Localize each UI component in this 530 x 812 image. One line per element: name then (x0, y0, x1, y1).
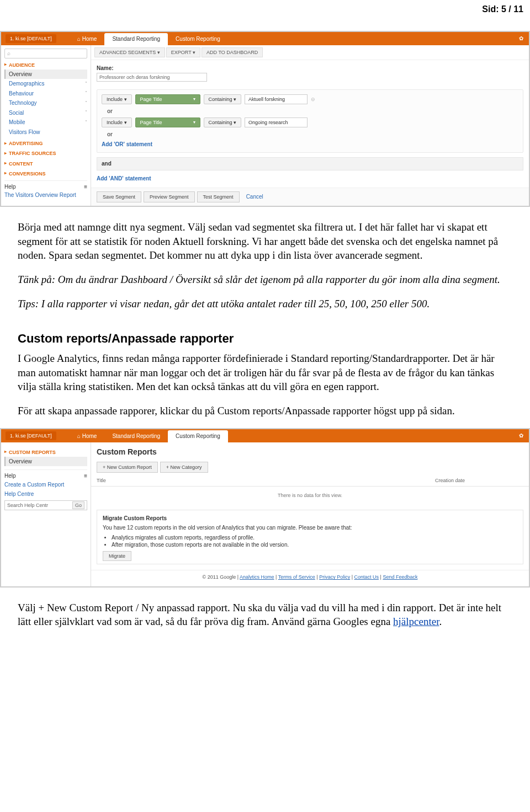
new-category-button[interactable]: + New Category (160, 462, 208, 473)
sidebar-section-content[interactable]: CONTENT (4, 161, 87, 167)
dimension-dropdown[interactable]: Page Title (135, 94, 200, 104)
sidebar-section-conversions[interactable]: CONVERSIONS (4, 170, 87, 177)
sidebar-item-visitors-flow[interactable]: Visitors Flow (4, 127, 87, 137)
migrate-title: Migrate Custom Reports (103, 515, 517, 522)
sidebar-section-custom-reports[interactable]: CUSTOM REPORTS (4, 449, 87, 456)
sidebar-section-audience[interactable]: AUDIENCE (4, 62, 87, 68)
migrate-bullets: Analytics migrates all custom reports, r… (112, 534, 517, 549)
add-and-link[interactable]: Add 'AND' statement (97, 175, 523, 183)
tab-standard-reporting[interactable]: Standard Reporting (104, 430, 168, 442)
sidebar-item-demographics[interactable]: Demographics˅ (4, 79, 87, 89)
or-label: or (107, 108, 518, 115)
ga-topbar: 1. ki.se [DEFAULT] ⌂ Home Standard Repor… (1, 429, 529, 442)
sidebar-item-label: Mobile (9, 119, 25, 126)
add-to-dashboard-button[interactable]: ADD TO DASHBOARD (202, 47, 263, 57)
help-centre-link[interactable]: Help Centre (4, 489, 87, 499)
condition-dropdown[interactable]: Containing ▾ (204, 117, 242, 127)
sidebar-section-traffic[interactable]: TRAFFIC SOURCES (4, 150, 87, 157)
footer: © 2011 Google | Analytics Home | Terms o… (91, 570, 529, 586)
help-label: Help (4, 183, 16, 191)
screenshot-segment-editor: 1. ki.se [DEFAULT] ⌂ Home Standard Repor… (0, 31, 530, 207)
gear-icon[interactable]: ✿ (519, 432, 523, 440)
remove-icon[interactable]: ⊖ (311, 96, 315, 103)
test-segment-button[interactable]: Test Segment (197, 191, 240, 202)
tab-standard-reporting[interactable]: Standard Reporting (104, 33, 168, 45)
home-icon: ⌂ (77, 36, 81, 42)
sidebar-help-header: Help≡ (4, 180, 87, 191)
chevron-down-icon: ˅ (85, 120, 87, 126)
sidebar-help-link[interactable]: The Visitors Overview Report (4, 190, 87, 200)
export-button[interactable]: EXPORT ▾ (166, 47, 200, 57)
list-header: Title Creation date (91, 475, 529, 487)
paragraph-tip: Tips: I alla rapporter vi visar nedan, g… (18, 297, 512, 311)
sidebar-item-label: Technology (9, 99, 37, 107)
preview-segment-button[interactable]: Preview Segment (144, 191, 195, 202)
condition-dropdown[interactable]: Containing ▾ (204, 94, 242, 104)
tab-home[interactable]: ⌂ Home (70, 430, 105, 442)
gear-icon[interactable]: ✿ (519, 35, 523, 42)
sidebar-item-behaviour[interactable]: Behaviour˅ (4, 89, 87, 99)
tabs: ⌂ Home Standard Reporting Custom Reporti… (70, 32, 228, 45)
footer-copy: © 2011 Google (203, 574, 236, 580)
name-input[interactable] (97, 73, 207, 82)
sidebar-item-overview[interactable]: Overview (4, 457, 87, 467)
add-or-link[interactable]: Add 'OR' statement (102, 141, 518, 148)
chevron-down-icon: ˅ (85, 110, 87, 116)
chevron-down-icon: ˅ (85, 90, 87, 97)
rule-row: Include ▾ Page Title Containing ▾ Ongoin… (102, 117, 518, 127)
and-separator: and (97, 157, 523, 170)
name-label: Name: (97, 65, 523, 72)
footer-link[interactable]: Terms of Service (278, 574, 315, 580)
app-chip: 1. ki.se [DEFAULT] (6, 34, 56, 43)
sidebar-section-advertising[interactable]: ADVERTISING (4, 140, 87, 147)
footer-link[interactable]: Contact Us (354, 574, 379, 580)
name-field-group: Name: (91, 60, 529, 87)
sidebar-item-label: Demographics (9, 80, 44, 88)
tab-custom-reporting[interactable]: Custom Reporting (168, 33, 228, 45)
footer-link[interactable]: Privacy Policy (319, 574, 350, 580)
footer-link[interactable]: Analytics Home (240, 574, 274, 580)
page-title: Custom Reports (91, 442, 529, 460)
search-input[interactable]: ⌕ (4, 49, 87, 58)
or-label: or (107, 131, 518, 138)
dimension-dropdown[interactable]: Page Title (135, 117, 200, 127)
collapse-icon[interactable]: ≡ (84, 472, 87, 480)
collapse-icon[interactable]: ≡ (84, 183, 87, 191)
sidebar-item-social[interactable]: Social˅ (4, 108, 87, 118)
custom-reports-main: Custom Reports + New Custom Report + New… (91, 442, 529, 586)
create-custom-report-link[interactable]: Create a Custom Report (4, 480, 87, 490)
tab-custom-reporting[interactable]: Custom Reporting (168, 430, 228, 442)
include-dropdown[interactable]: Include ▾ (102, 117, 132, 127)
value-input[interactable]: Ongoing research (245, 117, 308, 127)
migrate-button[interactable]: Migrate (103, 551, 131, 561)
sidebar-item-label: Behaviour (9, 90, 34, 98)
col-date: Creation date (435, 477, 523, 484)
go-button[interactable]: Go (72, 501, 84, 509)
help-center-link[interactable]: hjälpcenter (393, 616, 439, 627)
segment-editor: ADVANCED SEGMENTS ▾ EXPORT ▾ ADD TO DASH… (91, 45, 529, 206)
segment-actions: Save Segment Preview Segment Test Segmen… (91, 188, 529, 206)
home-icon: ⌂ (77, 433, 81, 439)
empty-state: There is no data for this view. (91, 487, 529, 504)
advanced-segments-button[interactable]: ADVANCED SEGMENTS ▾ (94, 47, 165, 57)
rules-area: Include ▾ Page Title Containing ▾ Aktuel… (91, 86, 529, 188)
sidebar-item-technology[interactable]: Technology˅ (4, 98, 87, 108)
migrate-text: You have 12 custom reports in the old ve… (103, 525, 352, 531)
screenshot-custom-reports: 1. ki.se [DEFAULT] ⌂ Home Standard Repor… (0, 428, 530, 587)
sidebar-item-overview[interactable]: Overview (4, 70, 87, 79)
sidebar-item-label: Social (9, 109, 24, 117)
migrate-panel: Migrate Custom Reports You have 12 custo… (97, 510, 523, 565)
tab-home-label: Home (82, 433, 97, 439)
cancel-link[interactable]: Cancel (246, 193, 263, 201)
sidebar: CUSTOM REPORTS Overview Help≡ Create a C… (1, 442, 91, 586)
sidebar-item-mobile[interactable]: Mobile˅ (4, 117, 87, 127)
value-input[interactable]: Aktuell forskning (245, 94, 308, 104)
rule-card: Include ▾ Page Title Containing ▾ Aktuel… (97, 89, 523, 153)
save-segment-button[interactable]: Save Segment (97, 191, 141, 202)
help-label: Help (4, 472, 16, 480)
tab-home[interactable]: ⌂ Home (70, 33, 105, 45)
footer-link[interactable]: Send Feedback (383, 574, 417, 580)
help-search[interactable]: Search Help Centr Go (4, 500, 87, 510)
new-custom-report-button[interactable]: + New Custom Report (97, 462, 158, 473)
include-dropdown[interactable]: Include ▾ (102, 94, 132, 104)
